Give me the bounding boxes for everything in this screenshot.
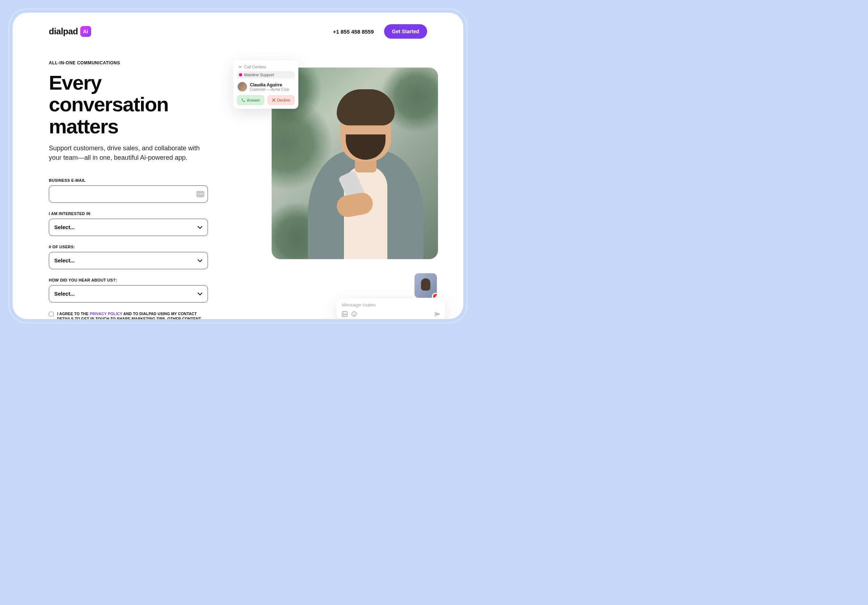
call-centers-label: Call Centers <box>244 65 266 69</box>
header-phone[interactable]: +1 855 458 8559 <box>333 29 374 35</box>
consent-checkbox[interactable] <box>49 311 54 317</box>
logo-text: dialpad <box>49 26 78 37</box>
answer-label: Answer <box>246 98 260 102</box>
image-attach-icon[interactable] <box>342 311 347 317</box>
caller-subtitle: Customer — Acme Corp <box>250 87 289 91</box>
header: dialpad Ai +1 855 458 8559 Get Started <box>49 24 427 39</box>
email-label: BUSINESS E-MAIL <box>49 178 208 183</box>
emoji-icon[interactable] <box>351 311 357 317</box>
logo[interactable]: dialpad Ai <box>49 26 91 37</box>
autofill-icon[interactable] <box>196 191 205 197</box>
chevron-down-icon <box>238 65 242 69</box>
incoming-call-popup: Call Centers Mainline Support Claudia Ag… <box>233 60 298 109</box>
message-input[interactable]: Message #sales <box>342 302 440 308</box>
interest-select[interactable]: Select... <box>49 219 208 236</box>
hero-illustration: Call Centers Mainline Support Claudia Ag… <box>240 60 427 319</box>
logo-ai-badge-icon: Ai <box>80 26 91 37</box>
queue-status-icon <box>239 73 242 76</box>
hero-subhead: Support customers, drive sales, and coll… <box>49 144 208 162</box>
recording-indicator-icon <box>432 293 438 299</box>
hero-headline: Every conversation matters <box>49 72 208 137</box>
interest-value: Select... <box>54 224 75 230</box>
close-icon <box>272 98 276 102</box>
users-select[interactable]: Select... <box>49 252 208 269</box>
decline-button[interactable]: Decline <box>267 95 295 105</box>
video-thumbnail <box>413 272 438 299</box>
svg-point-1 <box>343 313 344 314</box>
decline-label: Decline <box>277 98 290 102</box>
svg-point-4 <box>355 313 355 314</box>
svg-point-3 <box>353 313 354 314</box>
users-value: Select... <box>54 257 75 263</box>
business-email-input[interactable] <box>49 186 208 203</box>
phone-icon <box>241 98 245 102</box>
queue-name: Mainline Support <box>244 73 274 77</box>
consent-pre: I AGREE TO THE <box>57 311 90 316</box>
interest-label: I AM INTERESTED IN <box>49 211 208 216</box>
consent-text: I AGREE TO THE PRIVACY POLICY AND TO DIA… <box>57 311 208 319</box>
privacy-policy-link[interactable]: PRIVACY POLICY <box>90 311 122 316</box>
svg-point-2 <box>352 311 356 316</box>
caller-avatar <box>238 82 247 91</box>
hear-label: HOW DID YOU HEAR ABOUT US?: <box>49 278 208 282</box>
send-icon[interactable] <box>434 311 440 317</box>
hear-select[interactable]: Select... <box>49 285 208 302</box>
get-started-button[interactable]: Get Started <box>384 24 427 39</box>
users-label: # OF USERS: <box>49 244 208 249</box>
answer-button[interactable]: Answer <box>237 95 264 105</box>
hear-value: Select... <box>54 291 75 297</box>
caller-name: Claudia Aguirre <box>250 82 289 87</box>
message-composer: Message #sales <box>337 299 445 319</box>
hero-eyebrow: ALL-IN-ONE COMMUNICATIONS <box>49 60 208 65</box>
